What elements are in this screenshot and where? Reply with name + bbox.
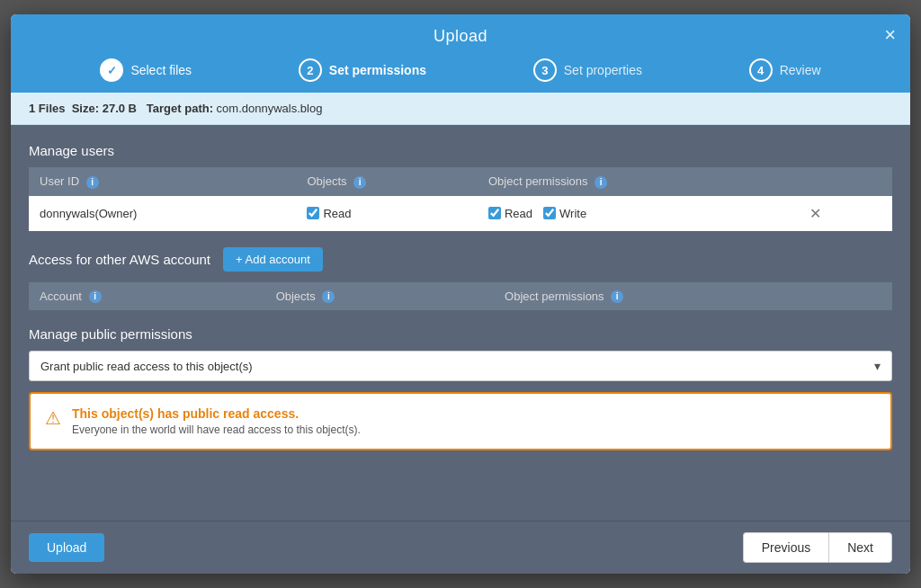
warning-title: This object(s) has public read access. [72,406,361,421]
read-perm-checkbox[interactable] [488,207,501,219]
step-set-permissions[interactable]: 2 Set permissions [299,58,426,82]
col-aws-objects: Objects i [265,282,494,311]
warning-content: This object(s) has public read access. E… [72,406,361,436]
read-objects-label[interactable]: Read [307,207,351,220]
size-value: 27.0 B [103,102,137,115]
step-1-circle: ✓ [100,58,123,82]
upload-button[interactable]: Upload [29,533,104,562]
aws-account-row: Access for other AWS account + Add accou… [29,247,892,272]
chevron-down-icon: ▾ [874,359,881,373]
target-label: Target path: [147,102,213,115]
modal-title: Upload [434,27,487,46]
objects-checkboxes: Read [307,207,467,220]
user-id-cell: donnywals(Owner) [29,196,296,231]
close-button[interactable]: × [884,25,896,45]
write-perm-label[interactable]: Write [543,207,586,220]
warning-text: Everyone in the world will have read acc… [72,423,361,436]
step-review[interactable]: 4 Review [749,58,821,82]
col-objects: Objects i [296,167,478,196]
manage-users-title: Manage users [29,143,892,158]
navigation-buttons: Previous Next [743,532,892,563]
permissions-checkboxes: Read Write [488,207,782,220]
objects-info-icon: i [353,176,366,189]
aws-table-header: Account i Objects i Object permissions i [29,282,892,311]
target-value: com.donnywals.blog [217,102,323,115]
public-perm-title: Manage public permissions [29,326,892,342]
col-aws-obj-perms: Object permissions i [494,282,892,311]
aws-account-title: Access for other AWS account [29,252,210,267]
write-perm-checkbox[interactable] [543,207,556,219]
size-label: Size: [72,102,99,115]
upload-modal: Upload × ✓ Select files 2 Set permission… [11,14,910,574]
warning-icon: ⚠ [45,407,61,429]
add-account-button[interactable]: + Add account [223,247,323,272]
col-actions [793,167,892,196]
public-perm-value: Grant public read access to this object(… [40,360,253,373]
step-2-circle: 2 [299,58,322,82]
user-id-info-icon: i [86,176,99,189]
previous-button[interactable]: Previous [743,532,828,563]
step-select-files[interactable]: ✓ Select files [100,58,192,82]
modal-header: Upload × ✓ Select files 2 Set permission… [11,14,910,93]
read-objects-checkbox[interactable] [307,207,319,219]
step-set-properties[interactable]: 3 Set properties [533,58,642,82]
remove-user-button[interactable]: ✕ [804,205,827,222]
modal-body: Manage users User ID i Objects i Object … [11,125,910,521]
step-3-label: Set properties [564,63,642,77]
aws-obj-perms-info-icon: i [611,290,623,303]
step-2-label: Set permissions [329,63,426,77]
users-table-header: User ID i Objects i Object permissions i [29,167,892,196]
step-3-circle: 3 [533,58,557,82]
account-info-icon: i [89,290,102,303]
aws-account-table: Account i Objects i Object permissions i [29,282,892,311]
manage-users-table: User ID i Objects i Object permissions i [29,167,892,231]
objects-cell: Read [296,196,478,231]
public-permissions-section: Manage public permissions Grant public r… [29,326,892,450]
public-perm-dropdown[interactable]: Grant public read access to this object(… [29,351,892,381]
perm-cell: Read Write [478,196,793,231]
next-button[interactable]: Next [828,532,892,563]
read-perm-label[interactable]: Read [488,207,532,220]
files-count: 1 Files [29,102,65,115]
step-4-label: Review [780,63,821,77]
col-user-id: User ID i [29,167,296,196]
col-account: Account i [29,282,265,311]
step-1-label: Select files [130,63,192,77]
title-row: Upload × [29,27,892,46]
steps-row: ✓ Select files 2 Set permissions 3 Set p… [29,58,892,93]
aws-objects-info-icon: i [322,290,335,303]
remove-cell: ✕ [793,196,892,231]
info-bar: 1 Files Size: 27.0 B Target path: com.do… [11,93,910,125]
table-row: donnywals(Owner) Read [29,196,892,231]
warning-box: ⚠ This object(s) has public read access.… [29,392,892,450]
modal-footer: Upload Previous Next [11,521,910,574]
col-object-perms: Object permissions i [478,167,793,196]
step-4-circle: 4 [749,58,773,82]
obj-perms-info-icon: i [595,176,607,189]
